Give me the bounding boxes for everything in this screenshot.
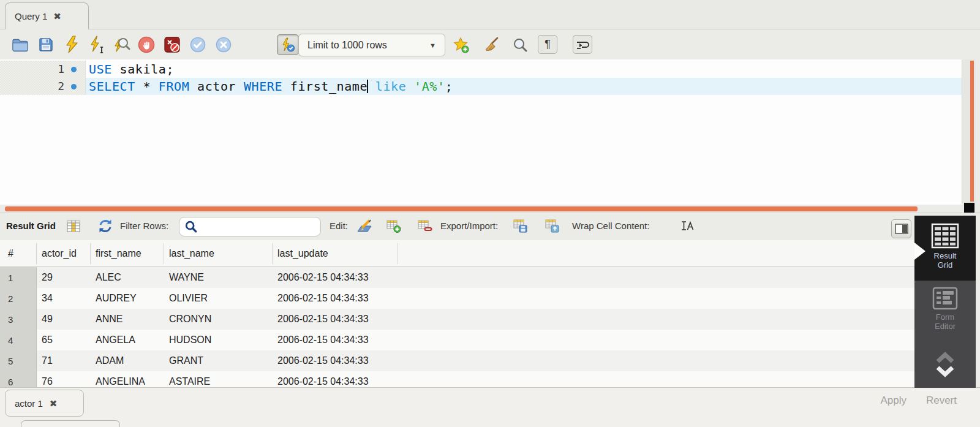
sql-editor[interactable]: 1USE sakila;2SELECT * FROM actor WHERE f… [0,59,962,205]
column-header[interactable]: # [0,243,37,264]
table-row[interactable]: 349ANNECRONYN2006-02-15 04:34:33 [0,309,914,330]
mysql-workbench-window: Query 1 ✖ [0,0,980,427]
row-number-cell[interactable]: 2 [0,288,37,309]
code-line[interactable]: 1USE sakila; [0,61,962,78]
limit-rows-dropdown[interactable]: Limit to 1000 rows ▼ [298,34,445,56]
cell[interactable]: WAYNE [164,267,273,288]
toggle-word-wrap-button[interactable] [573,35,592,54]
cell[interactable]: 76 [37,371,91,387]
rollback-button[interactable] [214,36,233,54]
pilcrow-icon: ¶ [545,38,551,51]
stop-query-button[interactable] [137,36,156,54]
execute-current-statement-button[interactable] [88,36,107,54]
export-recordset-button[interactable] [512,218,529,234]
cell[interactable]: 2006-02-15 04:34:33 [273,267,398,288]
editor-result-splitter[interactable] [5,206,918,211]
editor-scrollbar-thumb[interactable] [970,61,974,202]
sidebar-label: Grid [914,260,976,270]
filter-search-box[interactable] [179,217,321,236]
autocommit-icon [281,37,295,52]
row-number-cell[interactable]: 3 [0,309,37,330]
toggle-autocommit-button[interactable] [277,34,299,55]
tab-actor-1[interactable]: actor 1 ✖ [5,390,84,417]
cell[interactable]: OLIVIER [164,288,273,309]
delete-row-button[interactable] [417,218,434,234]
sidebar-scroll-up[interactable] [914,352,976,366]
result-grid[interactable]: #actor_idfirst_namelast_namelast_update … [0,240,914,387]
query-tab-bar [0,0,980,29]
table-row[interactable]: 465ANGELAHUDSON2006-02-15 04:34:33 [0,330,914,350]
cell[interactable]: ADAM [91,350,164,371]
cell[interactable]: ANGELA [91,330,164,350]
find-button[interactable] [510,36,530,54]
search-icon [184,220,198,233]
toggle-sidebar-button[interactable] [891,219,911,238]
commit-button[interactable] [188,36,208,54]
toggle-invisible-characters-button[interactable]: ¶ [538,35,557,54]
cell[interactable]: 2006-02-15 04:34:33 [273,371,398,387]
sidebar-item-form-editor[interactable]: Form Editor [914,287,976,331]
column-header[interactable]: last_name [164,243,273,264]
beautify-script-button[interactable] [481,36,501,54]
cell[interactable]: ASTAIRE [164,371,273,387]
search-input[interactable] [202,222,315,232]
row-number-cell[interactable]: 6 [0,371,37,387]
sidebar-scroll-down[interactable] [914,365,976,380]
insert-row-button[interactable] [385,218,402,234]
tab-query-1[interactable]: Query 1 ✖ [5,2,89,29]
column-header[interactable]: first_name [91,243,164,264]
row-number-cell[interactable]: 4 [0,330,37,350]
explain-query-button[interactable] [112,36,132,54]
revert-button[interactable]: Revert [926,395,957,407]
edit-record-button[interactable] [355,218,372,234]
close-icon[interactable]: ✖ [53,12,61,21]
result-grid-icon [931,223,959,249]
wrap-cell-content-button[interactable] [679,218,696,234]
table-row[interactable]: 129ALECWAYNE2006-02-15 04:34:33 [0,267,914,288]
cell[interactable]: 49 [37,309,91,330]
cell[interactable]: 2006-02-15 04:34:33 [273,288,398,309]
cell[interactable]: 29 [37,267,91,288]
cell[interactable]: ANNE [91,309,164,330]
folder-icon [12,37,29,53]
cell[interactable]: ALEC [91,267,164,288]
refresh-icon [97,219,113,233]
cell[interactable]: 2006-02-15 04:34:33 [273,350,398,371]
toggle-stop-on-error-button[interactable] [162,36,182,54]
import-records-button[interactable] [544,218,561,234]
table-row[interactable]: 234AUDREYOLIVIER2006-02-15 04:34:33 [0,288,914,309]
apply-button[interactable]: Apply [880,395,907,407]
table-import-icon [545,219,560,233]
lightning-cursor-icon [89,36,105,54]
execute-query-button[interactable] [62,36,81,54]
row-number-cell[interactable]: 5 [0,350,37,371]
cell[interactable]: GRANT [164,350,273,371]
statement-marker-icon [71,67,77,72]
refresh-results-button[interactable] [97,218,114,234]
result-grid-view-button[interactable] [65,218,82,234]
column-header[interactable]: actor_id [37,243,91,264]
cell[interactable]: CRONYN [164,309,273,330]
open-file-button[interactable] [10,36,30,54]
new-snippet-button[interactable] [451,36,470,54]
cell[interactable]: AUDREY [91,288,164,309]
code-line[interactable]: 2SELECT * FROM actor WHERE first_name li… [0,78,962,95]
cell[interactable]: ANGELINA [91,371,164,387]
wrap-cell-ia-icon [680,220,695,232]
cell[interactable]: 2006-02-15 04:34:33 [273,330,398,350]
chevron-down-icon [933,365,957,377]
explain-magnifier-icon [113,36,130,53]
table-row[interactable]: 676ANGELINAASTAIRE2006-02-15 04:34:33 [0,371,914,387]
close-icon[interactable]: ✖ [50,399,58,408]
save-script-button[interactable] [36,36,56,54]
cell[interactable]: 34 [37,288,91,309]
commit-check-icon [190,37,206,53]
sidebar-item-result-grid[interactable]: Result Grid [914,223,976,270]
cell[interactable]: HUDSON [164,330,273,350]
cell[interactable]: 65 [37,330,91,350]
cell[interactable]: 2006-02-15 04:34:33 [273,309,398,330]
row-number-cell[interactable]: 1 [0,267,37,288]
column-header[interactable]: last_update [273,243,398,264]
cell[interactable]: 71 [37,350,91,371]
table-row[interactable]: 571ADAMGRANT2006-02-15 04:34:33 [0,350,914,371]
